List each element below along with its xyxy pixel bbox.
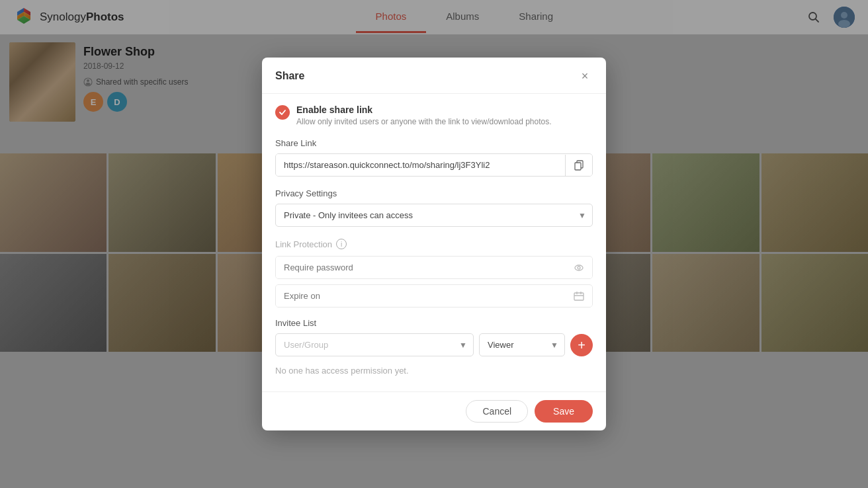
link-protection-info-icon[interactable]: i [336, 239, 347, 249]
viewer-select-wrap: Viewer Manager Uploader ▼ [479, 333, 565, 356]
user-group-select[interactable]: User/Group [275, 333, 474, 356]
privacy-select-wrap: Private - Only invitees can access Publi… [275, 204, 593, 227]
link-protection-label: Link Protection i [275, 239, 593, 249]
svg-point-16 [578, 266, 580, 269]
eye-icon [574, 263, 584, 273]
privacy-select[interactable]: Private - Only invitees can access Publi… [275, 204, 593, 227]
calendar-icon-svg [574, 291, 584, 302]
modal-close-button[interactable]: × [577, 68, 593, 84]
enable-share-text: Enable share link Allow only invited use… [296, 104, 552, 126]
expire-input[interactable] [276, 285, 566, 307]
invitee-section: Invitee List User/Group ▼ Viewer Manager… [275, 318, 593, 381]
password-toggle-icon[interactable] [566, 257, 592, 278]
share-link-input[interactable] [276, 154, 565, 176]
password-input[interactable] [276, 257, 566, 278]
viewer-select[interactable]: Viewer Manager Uploader [479, 333, 565, 356]
checkmark-icon [279, 108, 286, 116]
calendar-icon[interactable] [566, 286, 592, 307]
enable-share-row: Enable share link Allow only invited use… [275, 104, 593, 126]
share-modal: Share × Enable share link Allow only inv… [262, 58, 606, 430]
invitee-row: User/Group ▼ Viewer Manager Uploader ▼ + [275, 333, 593, 356]
user-group-select-wrap: User/Group ▼ [275, 333, 474, 356]
enable-share-description: Allow only invited users or anyone with … [296, 117, 552, 126]
privacy-settings-label: Privacy Settings [275, 188, 593, 198]
no-access-text: No one has access permission yet. [275, 363, 593, 381]
modal-overlay: Share × Enable share link Allow only inv… [0, 0, 868, 488]
modal-footer: Cancel Save [262, 391, 606, 430]
modal-title: Share [275, 70, 304, 82]
svg-rect-14 [575, 163, 581, 170]
password-field [275, 256, 593, 279]
copy-link-button[interactable] [565, 155, 592, 176]
invitee-list-label: Invitee List [275, 318, 593, 328]
modal-header: Share × [262, 58, 606, 94]
svg-point-15 [575, 265, 583, 270]
save-button[interactable]: Save [535, 400, 593, 423]
cancel-button[interactable]: Cancel [466, 400, 528, 423]
share-link-label: Share Link [275, 138, 593, 148]
share-link-row [275, 153, 593, 177]
enable-share-checkbox[interactable] [275, 105, 290, 120]
expire-field [275, 284, 593, 307]
enable-share-title: Enable share link [296, 104, 552, 115]
modal-body: Enable share link Allow only invited use… [262, 94, 606, 391]
add-invitee-button[interactable]: + [570, 334, 593, 356]
svg-rect-17 [574, 293, 584, 300]
copy-icon [574, 160, 584, 171]
